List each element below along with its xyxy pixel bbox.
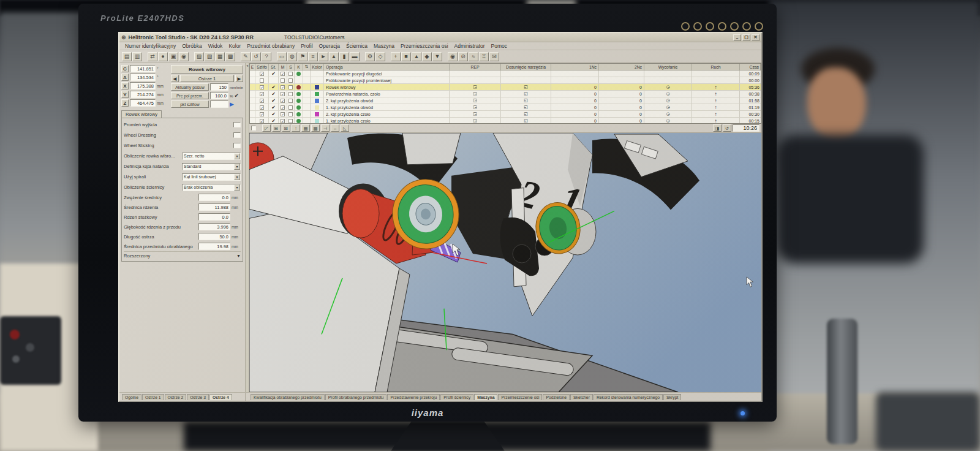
- view-tool-button[interactable]: ⊠: [282, 124, 290, 132]
- operation-header-button[interactable]: Rowek wibrowy: [171, 65, 243, 74]
- view-tool-button[interactable]: ↔: [331, 124, 339, 132]
- cell-m[interactable]: [279, 77, 287, 83]
- menu-item[interactable]: Administrator: [451, 43, 488, 49]
- view-tab[interactable]: Sketcher: [570, 394, 593, 400]
- cell-szlifo[interactable]: ✓: [255, 97, 269, 104]
- cell-1nc[interactable]: 0: [551, 111, 599, 117]
- osd-button[interactable]: [730, 22, 739, 31]
- osd-button[interactable]: [718, 22, 726, 31]
- up-op-icon[interactable]: ▲: [412, 52, 421, 61]
- view-tab[interactable]: Maszyna: [474, 394, 497, 400]
- cell-operacja[interactable]: Powierzchnia natarcia, czoło: [324, 91, 450, 97]
- view-checkbox[interactable]: [251, 126, 256, 131]
- axis-button[interactable]: X: [121, 82, 129, 89]
- cell-s[interactable]: [287, 70, 295, 77]
- menu-item[interactable]: Profil: [298, 43, 315, 49]
- view-tool-button[interactable]: ▩: [311, 124, 320, 132]
- balance-icon[interactable]: ♖: [479, 52, 489, 61]
- override-value[interactable]: 100.0: [210, 92, 228, 99]
- record-tool-icon[interactable]: ◉: [179, 52, 189, 61]
- cell-m[interactable]: ✓: [279, 84, 287, 90]
- import-icon[interactable]: ▦: [215, 52, 225, 61]
- menu-item[interactable]: Przedmiot obrabiany: [244, 43, 298, 49]
- block-icon[interactable]: ▮: [339, 52, 349, 61]
- advanced-expander[interactable]: Rozszerzony ▼: [124, 251, 241, 260]
- grind-point-value[interactable]: [210, 100, 228, 108]
- menu-item[interactable]: Maszyna: [371, 43, 398, 49]
- copy-tool-icon[interactable]: ▣: [168, 52, 178, 61]
- view-option-button[interactable]: ↺: [723, 124, 731, 132]
- col-st[interactable]: St.: [269, 64, 279, 70]
- cell-kolor[interactable]: [311, 77, 324, 83]
- view-tool-button[interactable]: ◸: [262, 124, 271, 132]
- menu-item[interactable]: Pomoc: [488, 43, 510, 49]
- play-icon[interactable]: ▶: [230, 101, 234, 107]
- stop-op-icon[interactable]: ■: [401, 52, 411, 61]
- window-titlebar[interactable]: ⊛ Helitronic Tool Studio - SK D20 Z4 LS2…: [119, 33, 761, 42]
- cell-operacja[interactable]: 1. kąt przyłożenia obwód: [324, 104, 450, 110]
- cell-operacja[interactable]: Próbkowanie pozycji długości: [324, 70, 450, 77]
- view-tool-button[interactable]: ⊣: [321, 124, 330, 132]
- edge-tab[interactable]: Ostrze 1: [142, 394, 164, 400]
- cell-1nc[interactable]: 0: [551, 118, 599, 124]
- sphere-view-icon[interactable]: ●: [158, 52, 168, 61]
- cell-s[interactable]: [287, 77, 295, 83]
- cell-s[interactable]: [287, 91, 295, 97]
- col-rep[interactable]: REP: [450, 64, 501, 70]
- cell-s[interactable]: [287, 97, 295, 104]
- view-tool-button[interactable]: ◺: [341, 124, 349, 132]
- col-operacja[interactable]: Operacja: [324, 64, 450, 70]
- edge-selector[interactable]: Ostrze 1: [180, 75, 234, 82]
- col-k[interactable]: K: [295, 64, 303, 70]
- menu-item[interactable]: Przemieszczenia osi: [398, 43, 451, 49]
- col-szlifo[interactable]: Szlifo: [255, 64, 269, 70]
- cell-st[interactable]: ✔: [269, 118, 279, 124]
- axis-value[interactable]: 134.534: [130, 74, 156, 81]
- cell-operacja[interactable]: 1. kąt przyłożenia czoło: [324, 118, 450, 124]
- cell-st[interactable]: ✔: [269, 91, 279, 97]
- cell-st[interactable]: ✔: [269, 84, 279, 90]
- menu-item[interactable]: Widok: [205, 43, 226, 49]
- cell-st[interactable]: [269, 77, 279, 83]
- operation-row[interactable]: ✓ ✔ ✓ 2. kąt przyłożenia czoło ◲: [250, 111, 761, 118]
- view-option-button[interactable]: ◨: [713, 124, 722, 132]
- feed-value[interactable]: 150: [210, 83, 228, 91]
- cell-2nc[interactable]: 0: [599, 104, 644, 110]
- col-czas[interactable]: Czas: [740, 64, 761, 70]
- add-op-icon[interactable]: +: [391, 52, 401, 61]
- axis-value[interactable]: 214.274: [130, 91, 156, 98]
- cell-operacja[interactable]: 2. kąt przyłożenia obwód: [324, 97, 450, 104]
- col-s[interactable]: S: [287, 64, 295, 70]
- cell-st[interactable]: ✔: [269, 70, 279, 77]
- field-dropdown[interactable]: Szer. netto ▾: [182, 153, 241, 160]
- cell-2nc[interactable]: [599, 77, 644, 83]
- edit-icon[interactable]: ✎: [241, 52, 251, 61]
- osd-button[interactable]: [693, 22, 702, 31]
- section-tab[interactable]: Rowek wibrowy: [121, 110, 162, 118]
- field-value[interactable]: 50.0: [198, 233, 230, 240]
- help-hint-icon[interactable]: ?: [262, 52, 271, 61]
- cell-operacja[interactable]: Rowek wibrowy: [324, 84, 450, 90]
- cell-m[interactable]: ✓: [279, 91, 287, 97]
- cell-st[interactable]: ✔: [269, 111, 279, 117]
- col-sort-icon[interactable]: ⇅: [303, 64, 311, 70]
- cell-2nc[interactable]: [599, 70, 644, 77]
- machine-3d-viewport[interactable]: 2 1: [249, 133, 761, 392]
- cell-m[interactable]: ✓: [279, 104, 287, 110]
- cell-szlifo[interactable]: ✓: [255, 111, 269, 117]
- chevron-down-icon[interactable]: ▾: [234, 164, 240, 170]
- operation-row[interactable]: ✓ ✔ ✓ Próbkowanie pozycji długości: [250, 70, 761, 77]
- validate-icon[interactable]: ⊘: [458, 52, 468, 61]
- axis-button[interactable]: C: [121, 65, 129, 72]
- cell-st[interactable]: ✔: [269, 104, 279, 110]
- list-icon[interactable]: ≡: [308, 52, 318, 61]
- osd-button[interactable]: [681, 22, 690, 31]
- menu-item[interactable]: Ściernica: [343, 43, 371, 49]
- view-tab[interactable]: Rekord sterowania numerycznego: [594, 394, 663, 400]
- machine-setup-icon[interactable]: ⚙: [365, 52, 375, 61]
- cell-2nc[interactable]: 0: [599, 97, 644, 104]
- edge-tab[interactable]: Ogólne: [122, 394, 141, 400]
- cell-szlifo[interactable]: [255, 77, 269, 83]
- menu-item[interactable]: Kolor: [225, 43, 244, 49]
- view-tab[interactable]: Profil obrabianego przedmiotu: [325, 394, 387, 400]
